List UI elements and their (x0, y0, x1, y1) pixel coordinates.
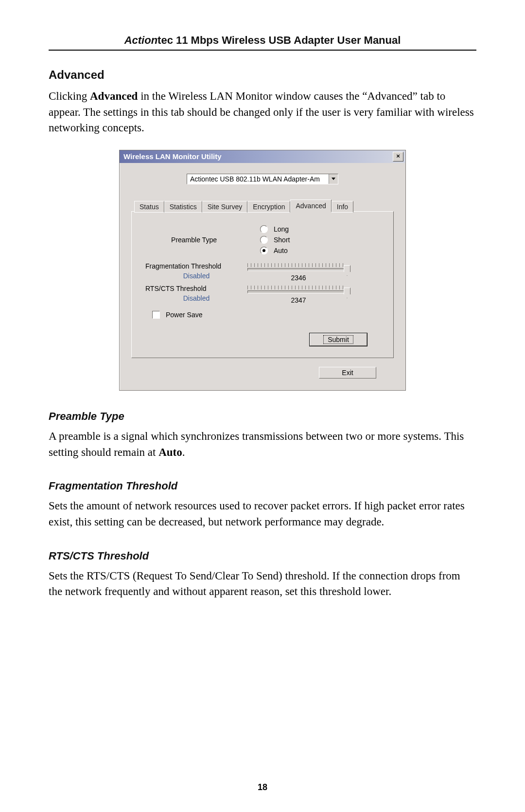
exit-button-label: Exit (342, 369, 353, 377)
preamble-paragraph: A preamble is a signal which synchronize… (49, 429, 476, 460)
intro-bold: Advanced (90, 90, 138, 102)
subheading-rts-threshold: RTS/CTS Threshold (49, 550, 476, 562)
power-save-row[interactable]: Power Save (140, 304, 385, 322)
tab-advanced[interactable]: Advanced (290, 199, 331, 212)
tab-status[interactable]: Status (134, 201, 164, 213)
rts-threshold-slider[interactable] (247, 286, 350, 295)
subheading-frag-threshold: Fragmentation Threshold (49, 480, 476, 492)
tab-site-survey[interactable]: Site Survey (202, 201, 248, 213)
radio-short[interactable] (260, 236, 268, 244)
rts-threshold-label-text: RTS/CTS Threshold (145, 285, 207, 292)
manual-header: Actiontec 11 Mbps Wireless USB Adapter U… (49, 34, 476, 47)
dialog-titlebar[interactable]: Wireless LAN Monitor Utility × (120, 150, 405, 163)
slider-track (247, 268, 350, 271)
radio-long-label: Long (274, 225, 289, 233)
rts-paragraph: Sets the RTS/CTS (Request To Send/Clear … (49, 568, 476, 600)
rts-threshold-status: Disabled (145, 294, 247, 302)
dialog-wireless-lan-monitor: Wireless LAN Monitor Utility × Actiontec… (119, 150, 406, 391)
dialog-title: Wireless LAN Monitor Utility (123, 152, 222, 161)
intro-paragraph: Clicking Advanced in the Wireless LAN Mo… (49, 89, 476, 136)
header-title-rest: 11 Mbps Wireless USB Adapter User Manual (173, 34, 401, 46)
preamble-text-prefix: A preamble is a signal which synchronize… (49, 430, 464, 458)
slider-ticks (247, 263, 344, 267)
preamble-text-bold: Auto (158, 446, 182, 458)
page-number: 18 (0, 782, 525, 793)
radio-long[interactable] (260, 225, 268, 233)
tabstrip: Status Statistics Site Survey Encryption… (131, 199, 394, 212)
rts-threshold-label: RTS/CTS Threshold Disabled (145, 285, 247, 304)
radio-item-long[interactable]: Long (243, 225, 380, 233)
radio-auto-label: Auto (274, 247, 288, 254)
radio-item-auto[interactable]: Auto (243, 247, 380, 254)
exit-button[interactable]: Exit (319, 367, 376, 379)
frag-threshold-slider[interactable] (247, 263, 350, 273)
power-save-label: Power Save (166, 311, 202, 319)
adapter-dropdown-value: Actiontec USB 802.11b WLAN Adapter-Am (187, 174, 329, 184)
preamble-text-suffix: . (182, 446, 185, 458)
brand-name-italic: Action (124, 34, 158, 46)
frag-threshold-label: Fragmentation Threshold Disabled (145, 262, 247, 282)
slider-ticks (247, 286, 344, 289)
subheading-preamble-type: Preamble Type (49, 410, 476, 423)
radio-short-label: Short (274, 236, 290, 244)
slider-track (247, 290, 350, 293)
radio-item-short[interactable]: Short (243, 236, 380, 244)
brand-name-suffix: tec (158, 34, 173, 46)
close-button[interactable]: × (393, 152, 403, 162)
radio-auto[interactable] (260, 247, 268, 254)
tab-info[interactable]: Info (332, 201, 353, 213)
header-rule (49, 50, 476, 51)
section-heading-advanced: Advanced (49, 68, 476, 82)
close-icon: × (396, 152, 400, 160)
power-save-checkbox[interactable] (152, 311, 160, 319)
rts-threshold-value: 2347 (247, 296, 350, 304)
frag-threshold-value: 2346 (247, 274, 350, 282)
tab-statistics[interactable]: Statistics (164, 201, 202, 213)
preamble-type-label: Preamble Type (145, 225, 243, 244)
tab-encryption[interactable]: Encryption (247, 201, 290, 213)
tabpanel-advanced: Preamble Type Long Short (131, 211, 394, 358)
submit-button[interactable]: Submit (310, 333, 367, 346)
frag-threshold-label-text: Fragmentation Threshold (145, 262, 221, 270)
adapter-dropdown[interactable]: Actiontec USB 802.11b WLAN Adapter-Am (187, 174, 338, 184)
chevron-down-icon[interactable] (329, 174, 338, 184)
frag-paragraph: Sets the amount of network resources use… (49, 498, 476, 530)
intro-prefix: Clicking (49, 90, 90, 102)
frag-threshold-status: Disabled (145, 272, 247, 280)
submit-button-label: Submit (323, 335, 353, 344)
